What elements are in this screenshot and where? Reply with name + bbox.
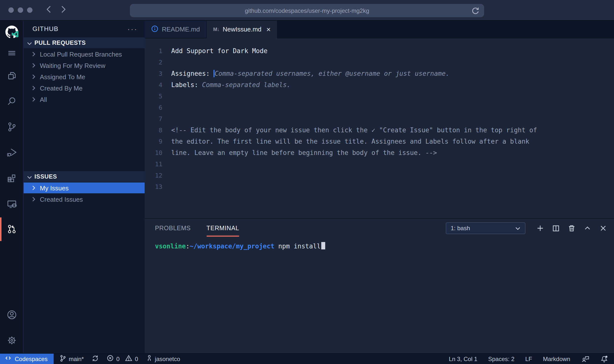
refresh-icon[interactable]: [471, 6, 479, 17]
panel-tab-problems[interactable]: PROBLEMS: [155, 219, 191, 237]
branch-status-item[interactable]: main*: [59, 354, 84, 363]
editor[interactable]: 1Add Support for Dark Mode23Assignees: C…: [145, 38, 614, 218]
tab-readme.md[interactable]: README.md: [145, 21, 207, 38]
search-icon[interactable]: [0, 89, 23, 114]
tree-item-label: Created By Me: [40, 84, 82, 92]
back-button[interactable]: [45, 5, 52, 15]
close-icon[interactable]: ×: [266, 26, 271, 32]
close-window-button[interactable]: [8, 7, 14, 13]
editor-line-5[interactable]: 5: [145, 91, 614, 102]
editor-line-12[interactable]: 12: [145, 170, 614, 181]
settings-gear-icon[interactable]: [0, 328, 23, 353]
section-header-issues[interactable]: ISSUES: [24, 171, 145, 182]
problems-status-item[interactable]: 0 0: [107, 355, 138, 363]
tab-newissue.md[interactable]: M↓NewIssue.md×: [207, 21, 278, 38]
forward-button[interactable]: [60, 5, 67, 15]
codespaces-status-item[interactable]: Codespaces: [0, 353, 53, 364]
tree-item-created-issues[interactable]: Created Issues: [24, 194, 145, 205]
remote-icon: [5, 355, 11, 363]
address-bar[interactable]: github.com/codespaces/user-my-project-mg…: [130, 4, 484, 17]
tree-item-label: Waiting For My Review: [40, 62, 105, 69]
chevron-right-icon: [32, 72, 40, 81]
tree-item-label: All: [40, 96, 47, 103]
chevron-right-icon: [32, 84, 40, 92]
browser-titlebar: github.com/codespaces/user-my-project-mg…: [0, 0, 614, 21]
terminal[interactable]: vsonline:~/workspace/my_projectnpm insta…: [145, 237, 614, 250]
editor-line-11[interactable]: 11: [145, 158, 614, 170]
editor-line-3[interactable]: 3Assignees: Comma-separated usernames, e…: [145, 68, 614, 79]
cursor-position-item[interactable]: Ln 3, Col 1: [449, 355, 477, 362]
sidebar-header: GITHUB ···: [24, 21, 145, 37]
user-status-item[interactable]: jasonetco: [146, 355, 180, 363]
account-icon[interactable]: [0, 302, 23, 328]
explorer-icon[interactable]: [0, 63, 23, 89]
sidebar: GITHUB ··· PULL REQUESTSLocal Pull Reque…: [24, 21, 145, 353]
url-text: github.com/codespaces/user-my-project-mg…: [245, 7, 369, 14]
section-label: PULL REQUESTS: [34, 39, 86, 46]
close-panel-button[interactable]: [599, 224, 607, 232]
line-content: <!-- Edit the body of your new issue the…: [171, 126, 537, 134]
line-number: 6: [145, 104, 162, 111]
bottom-panel: PROBLEMSTERMINAL 1: bash: [145, 218, 614, 353]
new-terminal-button[interactable]: [536, 224, 544, 232]
warning-icon: [125, 355, 132, 363]
more-actions-icon[interactable]: ···: [127, 26, 138, 31]
tree-item-created-by-me[interactable]: Created By Me: [24, 83, 145, 93]
editor-line-7[interactable]: 7: [145, 113, 614, 124]
editor-tab-bar: README.mdM↓NewIssue.md×: [145, 21, 614, 38]
terminal-path: ~/workspace/my_project: [190, 243, 274, 250]
line-number: 7: [145, 115, 162, 122]
section-header-pull-requests[interactable]: PULL REQUESTS: [24, 37, 145, 48]
editor-line-10[interactable]: 10line. Leave an empty line before begin…: [145, 147, 614, 158]
line-content: Add Support for Dark Mode: [171, 47, 267, 55]
editor-line-6[interactable]: 6: [145, 102, 614, 113]
editor-line-2[interactable]: 2: [145, 57, 614, 68]
feedback-icon[interactable]: [581, 355, 589, 363]
editor-line-4[interactable]: 4Labels: Comma-separated labels.: [145, 79, 614, 91]
line-content: the editor. The first line will be the i…: [171, 138, 529, 145]
extensions-icon[interactable]: [0, 165, 23, 191]
panel-tab-terminal[interactable]: TERMINAL: [206, 219, 239, 237]
remote-explorer-icon[interactable]: [0, 191, 23, 216]
run-debug-icon[interactable]: [0, 140, 23, 165]
editor-line-8[interactable]: 8<!-- Edit the body of your new issue th…: [145, 124, 614, 136]
indentation-item[interactable]: Spaces: 2: [488, 355, 515, 362]
minimize-window-button[interactable]: [18, 7, 23, 13]
info-icon: [151, 25, 158, 34]
tree-item-label: Created Issues: [40, 196, 83, 203]
chevron-right-icon: [32, 195, 40, 204]
maximize-panel-button[interactable]: [583, 224, 591, 232]
eol-item[interactable]: LF: [525, 355, 532, 362]
line-number: 3: [145, 70, 162, 77]
split-terminal-button[interactable]: [552, 224, 560, 232]
language-mode-item[interactable]: Markdown: [543, 355, 570, 362]
tree-item-assigned-to-me[interactable]: Assigned To Me: [24, 71, 145, 82]
kill-terminal-button[interactable]: [568, 224, 576, 232]
app-window: github.com/codespaces/user-my-project-mg…: [0, 0, 614, 364]
tab-label: NewIssue.md: [223, 26, 261, 33]
line-number: 11: [145, 160, 162, 168]
tree-item-waiting-for-my-review[interactable]: Waiting For My Review: [24, 60, 145, 71]
line-content: Assignees: Comma-separated usernames, ei…: [171, 70, 449, 77]
chevron-right-icon: [32, 61, 40, 70]
github-pull-requests-icon[interactable]: [0, 216, 23, 242]
menu-icon[interactable]: [0, 43, 23, 63]
line-number: 2: [145, 59, 162, 66]
panel-header: PROBLEMSTERMINAL 1: bash: [145, 219, 614, 237]
terminal-command: npm install: [278, 243, 321, 250]
editor-line-13[interactable]: 13: [145, 181, 614, 192]
tree-item-label: My Issues: [40, 184, 69, 192]
editor-line-1[interactable]: 1Add Support for Dark Mode: [145, 45, 614, 57]
bell-icon[interactable]: [600, 355, 608, 363]
tree-item-local-pull-request-branches[interactable]: Local Pull Request Branches: [24, 49, 145, 60]
zoom-window-button[interactable]: [27, 7, 32, 13]
sync-status-item[interactable]: [92, 354, 99, 363]
shell-selector[interactable]: 1: bash: [446, 222, 525, 234]
source-control-icon[interactable]: [0, 114, 23, 140]
tree-item-my-issues[interactable]: My Issues: [24, 182, 145, 193]
status-bar: Codespaces main*: [0, 353, 614, 364]
editor-line-9[interactable]: 9the editor. The first line will be the …: [145, 136, 614, 147]
tree-item-all[interactable]: All: [24, 94, 145, 105]
chevron-right-icon: [32, 95, 40, 104]
error-icon: [107, 355, 114, 363]
